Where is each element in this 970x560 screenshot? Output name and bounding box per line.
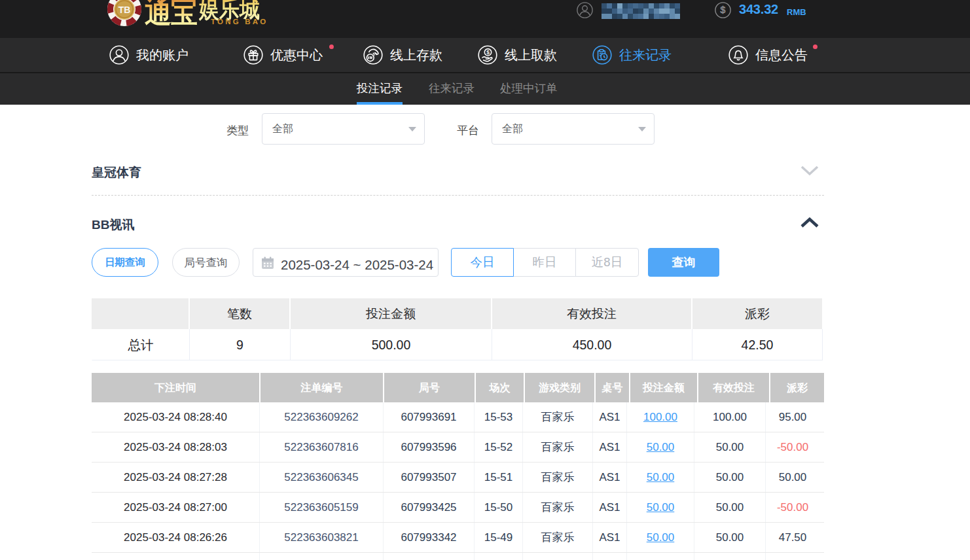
svg-text:$: $ bbox=[486, 49, 490, 56]
svg-text:TB: TB bbox=[118, 5, 131, 15]
svg-text:$: $ bbox=[721, 5, 726, 15]
